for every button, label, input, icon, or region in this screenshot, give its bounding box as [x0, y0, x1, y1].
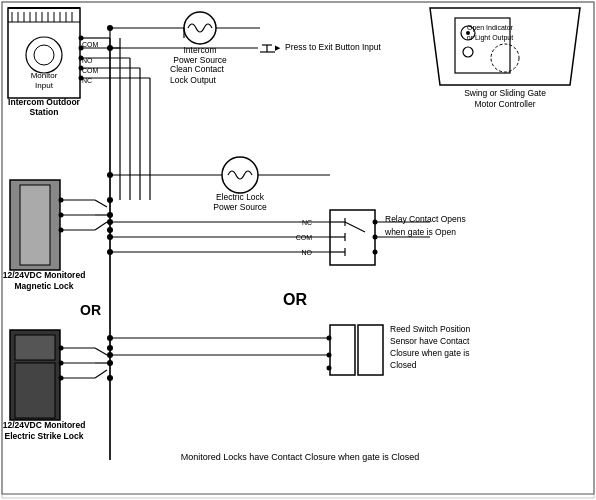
svg-text:Lock Output: Lock Output: [170, 75, 216, 85]
svg-point-81: [373, 250, 378, 255]
svg-text:Monitor: Monitor: [31, 71, 58, 80]
wiring-diagram: Monitor Input Intercom Outdoor Station I…: [0, 0, 596, 500]
svg-text:Station: Station: [30, 107, 59, 117]
svg-text:Motor Controller: Motor Controller: [475, 99, 536, 109]
svg-point-65: [222, 157, 258, 193]
svg-text:Electric Lock: Electric Lock: [216, 192, 265, 202]
svg-text:Sensor have Contact: Sensor have Contact: [390, 336, 470, 346]
svg-text:Open Indicator: Open Indicator: [467, 24, 514, 32]
svg-text:Press to Exit Button Input: Press to Exit Button Input: [285, 42, 382, 52]
svg-point-37: [463, 47, 473, 57]
svg-text:Reed Switch Position: Reed Switch Position: [390, 324, 471, 334]
svg-text:Monitored Locks have Contact C: Monitored Locks have Contact Closure whe…: [181, 452, 420, 462]
svg-text:Closed: Closed: [390, 360, 417, 370]
svg-point-26: [184, 12, 216, 44]
svg-text:Input: Input: [35, 81, 54, 90]
svg-text:12/24VDC Monitored: 12/24VDC Monitored: [3, 420, 86, 430]
svg-text:Intercom: Intercom: [183, 45, 216, 55]
svg-point-100: [327, 366, 332, 371]
svg-text:NC: NC: [82, 77, 92, 84]
svg-text:COM: COM: [82, 67, 99, 74]
svg-text:when gate is Open: when gate is Open: [384, 227, 456, 237]
svg-text:COM: COM: [82, 41, 99, 48]
svg-text:Electric Strike Lock: Electric Strike Lock: [5, 431, 84, 441]
svg-text:or Light Output: or Light Output: [467, 34, 513, 42]
svg-text:NO: NO: [82, 57, 93, 64]
svg-text:Clean Contact: Clean Contact: [170, 64, 225, 74]
svg-text:OR: OR: [283, 291, 307, 308]
svg-rect-110: [20, 185, 50, 265]
svg-rect-97: [358, 325, 383, 375]
svg-point-16: [34, 45, 54, 65]
svg-text:Relay Contact Opens: Relay Contact Opens: [385, 214, 466, 224]
svg-rect-96: [330, 325, 355, 375]
svg-text:OR: OR: [80, 302, 101, 318]
svg-text:Magnetic Lock: Magnetic Lock: [14, 281, 73, 291]
svg-text:Swing or Sliding Gate: Swing or Sliding Gate: [464, 88, 546, 98]
svg-rect-124: [15, 335, 55, 360]
svg-text:12/24VDC Monitored: 12/24VDC Monitored: [3, 270, 86, 280]
svg-rect-125: [15, 363, 55, 418]
svg-text:Intercom Outdoor: Intercom Outdoor: [8, 97, 80, 107]
svg-text:Closure when gate is: Closure when gate is: [390, 348, 469, 358]
svg-text:Power Source: Power Source: [213, 202, 267, 212]
